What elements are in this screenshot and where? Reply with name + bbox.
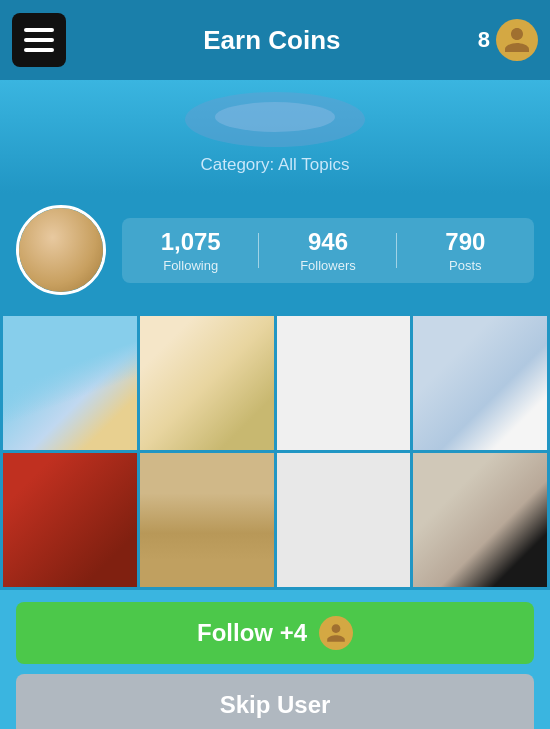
follow-button[interactable]: Follow +4 [16,602,534,664]
profile-stats: 1,075 Following 946 Followers 790 Posts [122,218,534,283]
banner-blob-inner [215,102,335,132]
photo-overlay-4 [413,316,547,450]
photo-cell-2[interactable] [140,316,274,450]
page-title: Earn Coins [203,25,340,56]
header: Earn Coins 8 [0,0,550,80]
category-area: Category: All Topics [0,80,550,193]
menu-icon-line2 [24,38,54,42]
banner-blob [185,92,365,147]
coin-person-icon [325,622,347,644]
user-avatar-icon[interactable] [496,19,538,61]
category-label: Category: All Topics [201,155,350,174]
stat-posts: 790 Posts [397,228,534,273]
posts-count: 790 [397,228,534,256]
photo-cell-6[interactable] [140,453,274,587]
following-count: 1,075 [122,228,259,256]
coin-count: 8 [478,27,490,53]
profile-avatar-image [19,208,103,292]
posts-label: Posts [397,258,534,273]
followers-count: 946 [259,228,396,256]
photo-overlay-1 [3,316,137,450]
stat-following: 1,075 Following [122,228,259,273]
photo-cell-8[interactable] [413,453,547,587]
profile-avatar[interactable] [16,205,106,295]
person-icon [502,25,532,55]
photo-overlay-2 [140,316,274,450]
header-right-area: 8 [478,19,538,61]
follow-button-label: Follow +4 [197,619,307,647]
stat-followers: 946 Followers [259,228,396,273]
buttons-area: Follow +4 Skip User [0,590,550,730]
photo-cell-5[interactable] [3,453,137,587]
menu-icon-line1 [24,28,54,32]
skip-button[interactable]: Skip User [16,674,534,730]
following-label: Following [122,258,259,273]
menu-button[interactable] [12,13,66,67]
main-content: Category: All Topics 1,075 Following 946… [0,80,550,729]
skip-button-label: Skip User [220,691,331,719]
photo-cell-4[interactable] [413,316,547,450]
profile-section: 1,075 Following 946 Followers 790 Posts [0,193,550,313]
menu-icon-line3 [24,48,54,52]
photo-cell-1[interactable] [3,316,137,450]
follow-coin-icon [319,616,353,650]
photo-cell-7[interactable] [277,453,411,587]
photo-grid [0,313,550,590]
followers-label: Followers [259,258,396,273]
photo-cell-3[interactable] [277,316,411,450]
